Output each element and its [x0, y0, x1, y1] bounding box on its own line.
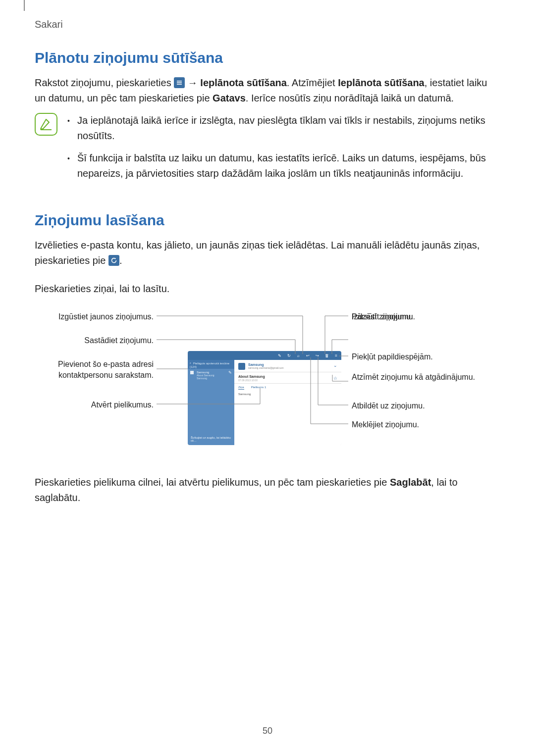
compose-icon: ✎ [277, 353, 282, 358]
reply-icon: ↩ [306, 353, 310, 358]
delete-icon: 🗑 [324, 353, 329, 358]
sender-name: Samsung [248, 363, 284, 366]
sender-email: samsung.username@gmail.com [248, 366, 284, 369]
note-block: •Ja ieplānotajā laikā ierīce ir izslēgta… [35, 113, 500, 188]
inbox-header: ‹Pielāgots apvienotā iesūtne (124) [188, 360, 234, 369]
callout-attachments: Atvērt pielikumus. [35, 400, 154, 410]
refresh-icon [108, 255, 119, 266]
email-app-screenshot: ✎ ↻ ⌕ ↩ ↪ 🗑 ≡ ‹Pielāgots apvienotā iesūt… [188, 351, 341, 445]
sender-avatar [238, 363, 245, 370]
menu-icon [174, 77, 185, 88]
callout-reminder: Atzīmēt ziņojumu kā atgādinājumu. [352, 372, 475, 383]
tab-attachment: Pielikums 1 [251, 386, 267, 390]
refresh-icon: ↻ [287, 353, 291, 358]
section2-paragraph3: Pieskarieties pielikuma cilnei, lai atvē… [35, 475, 500, 505]
section1-heading: Plānotu ziņojumu sūtīšana [35, 50, 500, 66]
message-list-pane: ‹Pielāgots apvienotā iesūtne (124) Samsu… [188, 360, 234, 445]
message-subject: About Samsung [238, 375, 265, 378]
section2-paragraph2: Pieskarieties ziņai, lai to lasītu. [35, 281, 500, 297]
svg-rect-2 [177, 84, 182, 85]
callout-search: Meklējiet ziņojumu. [352, 419, 419, 430]
page-number: 50 [0, 726, 535, 736]
tab-message: Ziņa [238, 386, 244, 390]
section2-heading: Ziņojumu lasīšana [35, 212, 500, 229]
star-icon: ☆ [333, 376, 337, 381]
load-more-hint: Švīkojiet uz augšu, lai ielādētu cit… [191, 436, 231, 442]
svg-rect-0 [177, 81, 182, 82]
message-date: 07.09.2013 10:00 [238, 379, 265, 382]
section1-paragraph: Rakstot ziņojumu, pieskarieties → Ieplān… [35, 75, 500, 106]
message-body: Samsung [234, 392, 341, 397]
message-pane: Samsung samsung.username@gmail.com ⌄ Abo… [234, 360, 341, 445]
callout-delete: Izdzēst ziņojumu. [352, 311, 413, 322]
section2-paragraph1: Izvēlieties e-pasta kontu, kas jālieto, … [35, 238, 500, 268]
note-icon [35, 113, 57, 136]
app-toolbar: ✎ ↻ ⌕ ↩ ↪ 🗑 ≡ [188, 351, 341, 360]
diagram: Izgūstiet jaunos ziņojumus. Sastādiet zi… [35, 311, 500, 455]
forward-icon: ↪ [315, 353, 320, 358]
svg-rect-1 [177, 82, 182, 83]
note-item: •Šī funkcija ir balstīta uz laiku un dat… [67, 151, 500, 181]
more-icon: ≡ [334, 353, 338, 358]
header-section: Sakari [35, 19, 63, 30]
callout-add-contact: Pievienot šo e-pasta adresi kontaktperso… [35, 359, 154, 380]
callout-reply: Atbildēt uz ziņojumu. [352, 401, 425, 411]
list-item: Samsung About Samsung Samsung ✎ [188, 369, 234, 382]
chevron-down-icon: ⌄ [333, 363, 337, 368]
callout-compose: Sastādiet ziņojumu. [35, 335, 154, 346]
callout-more: Piekļūt papildiespējām. [352, 352, 433, 362]
search-icon: ⌕ [296, 353, 301, 358]
note-item: •Ja ieplānotajā laikā ierīce ir izslēgta… [67, 113, 500, 144]
callout-refresh: Izgūstiet jaunos ziņojumus. [35, 311, 154, 322]
